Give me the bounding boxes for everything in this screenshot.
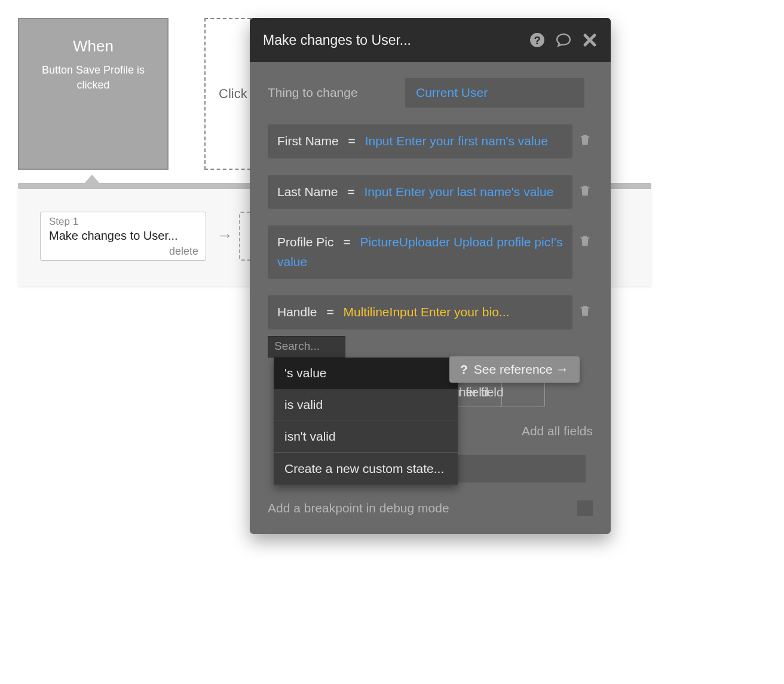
field-name: First Name <box>277 134 339 148</box>
field-value-expression[interactable]: Input Enter your last name's value <box>365 185 554 199</box>
field-value-expression[interactable]: Input Enter your first nam's value <box>365 134 548 148</box>
trash-icon[interactable] <box>578 184 592 198</box>
expression-dropdown: 's value is valid isn't valid Create a n… <box>274 358 458 485</box>
dropdown-option-is-valid[interactable]: is valid <box>274 389 458 421</box>
breakpoint-checkbox[interactable] <box>577 500 593 516</box>
equals-sign: = <box>326 305 333 319</box>
trash-icon[interactable] <box>578 133 592 147</box>
arrow-right-icon: → <box>216 226 233 245</box>
field-value-expression-incomplete[interactable]: MultilineInput Enter your bio... <box>344 305 510 319</box>
see-reference-button[interactable]: ? See reference → <box>449 356 580 383</box>
event-description: Button Save Profile is clicked <box>31 63 155 93</box>
field-name: Profile Pic <box>277 235 334 249</box>
step-title: Make changes to User... <box>49 229 197 243</box>
svg-text:?: ? <box>534 34 540 47</box>
dropdown-option-isnt-valid[interactable]: isn't valid <box>274 421 458 453</box>
comment-icon[interactable] <box>556 32 571 48</box>
workflow-event-box[interactable]: When Button Save Profile is clicked <box>18 18 169 170</box>
click-label: Click <box>219 86 247 102</box>
equals-sign: = <box>347 185 354 199</box>
equals-sign: = <box>348 134 356 148</box>
field-row-handle[interactable]: Handle = MultilineInput Enter your bio..… <box>268 295 572 329</box>
close-icon[interactable] <box>582 32 598 48</box>
see-reference-label: See reference → <box>474 362 569 377</box>
thing-to-change-value[interactable]: Current User <box>405 78 584 108</box>
trash-icon[interactable] <box>578 304 592 318</box>
field-row-profile-pic[interactable]: Profile Pic = PictureUploader Upload pro… <box>268 225 572 279</box>
breakpoint-label: Add a breakpoint in debug mode <box>268 501 449 515</box>
step-delete-link[interactable]: delete <box>169 245 198 258</box>
field-row-first-name[interactable]: First Name = Input Enter your first nam'… <box>268 124 572 158</box>
dropdown-search-input[interactable]: Search... <box>268 336 345 358</box>
step-card-1[interactable]: Step 1 Make changes to User... delete <box>40 212 206 261</box>
dropdown-option-create-state[interactable]: Create a new custom state... <box>274 453 458 485</box>
equals-sign: = <box>343 235 350 249</box>
field-name: Last Name <box>277 185 338 199</box>
field-name: Handle <box>277 305 317 319</box>
event-header: When <box>31 37 155 56</box>
dropdown-option-value[interactable]: 's value <box>274 358 458 389</box>
editor-header[interactable]: Make changes to User... ? <box>250 18 611 62</box>
help-icon: ? <box>460 362 468 377</box>
field-row-last-name[interactable]: Last Name = Input Enter your last name's… <box>268 175 572 209</box>
thing-to-change-label: Thing to change <box>268 86 405 100</box>
editor-title: Make changes to User... <box>263 32 529 48</box>
help-icon[interactable]: ? <box>529 32 545 48</box>
step-number: Step 1 <box>49 216 197 228</box>
trash-icon[interactable] <box>578 234 592 248</box>
